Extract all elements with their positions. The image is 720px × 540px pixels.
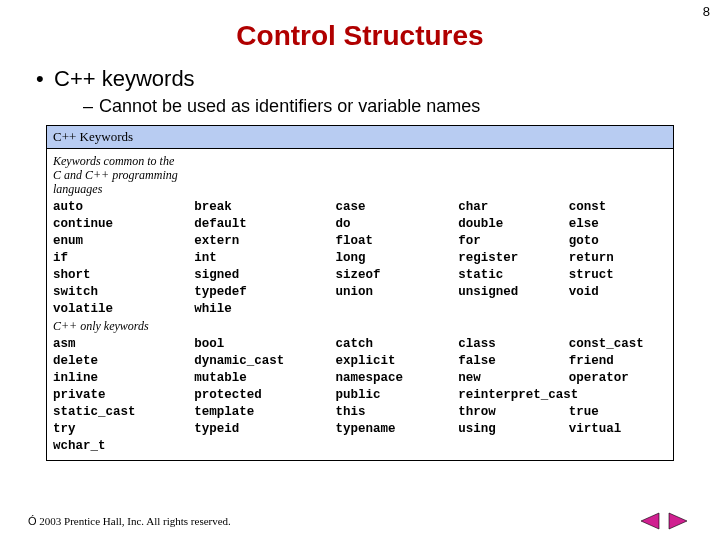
keyword-cell: auto xyxy=(53,199,194,216)
keyword-cell: const_cast xyxy=(569,336,667,353)
triangle-right-icon xyxy=(667,512,689,530)
page-number: 8 xyxy=(703,4,710,19)
keyword-cell: using xyxy=(458,421,569,438)
bullet-level-2: –Cannot be used as identifiers or variab… xyxy=(83,96,692,117)
keyword-cell: catch xyxy=(335,336,458,353)
keyword-cell: int xyxy=(194,250,335,267)
keyword-cell: register xyxy=(458,250,569,267)
keyword-cell xyxy=(569,387,667,404)
keyword-cell: public xyxy=(335,387,458,404)
keyword-cell xyxy=(458,438,569,455)
keyword-cell: bool xyxy=(194,336,335,353)
keyword-cell: default xyxy=(194,216,335,233)
section-common-keywords: Keywords common to the C and C++ program… xyxy=(53,155,667,196)
keyword-cell xyxy=(458,301,569,318)
keyword-cell: extern xyxy=(194,233,335,250)
keywords-table: C++ Keywords Keywords common to the C an… xyxy=(46,125,674,461)
keyword-cell: break xyxy=(194,199,335,216)
keyword-cell: mutable xyxy=(194,370,335,387)
keyword-cell: private xyxy=(53,387,194,404)
keyword-cell: char xyxy=(458,199,569,216)
keyword-cell: signed xyxy=(194,267,335,284)
keyword-cell: continue xyxy=(53,216,194,233)
keyword-cell: template xyxy=(194,404,335,421)
keyword-cell xyxy=(335,301,458,318)
copyright-label: 2003 Prentice Hall, Inc. All rights rese… xyxy=(39,515,231,527)
keyword-cell: unsigned xyxy=(458,284,569,301)
keyword-cell: static xyxy=(458,267,569,284)
bullet-1-text: C++ keywords xyxy=(54,66,195,91)
keyword-cell: do xyxy=(335,216,458,233)
keyword-cell xyxy=(569,301,667,318)
keyword-cell: asm xyxy=(53,336,194,353)
svg-marker-0 xyxy=(641,513,659,529)
keyword-cell: float xyxy=(335,233,458,250)
keyword-cell: new xyxy=(458,370,569,387)
bullet-dot: • xyxy=(36,66,54,92)
keyword-cell: namespace xyxy=(335,370,458,387)
keyword-cell: enum xyxy=(53,233,194,250)
keyword-cell: throw xyxy=(458,404,569,421)
keyword-cell: if xyxy=(53,250,194,267)
prev-button[interactable] xyxy=(639,512,661,530)
keyword-cell: else xyxy=(569,216,667,233)
keyword-cell: try xyxy=(53,421,194,438)
section-cpp-only: C++ only keywords xyxy=(53,320,667,334)
common-keywords-grid: auto break case char const continue defa… xyxy=(53,199,667,317)
keyword-cell: sizeof xyxy=(335,267,458,284)
bullet-dash: – xyxy=(83,96,99,117)
copyright-symbol: Ó xyxy=(28,515,37,527)
keyword-cell xyxy=(194,438,335,455)
keyword-cell: explicit xyxy=(335,353,458,370)
keyword-cell: static_cast xyxy=(53,404,194,421)
keyword-cell: virtual xyxy=(569,421,667,438)
keyword-cell: false xyxy=(458,353,569,370)
keyword-cell: double xyxy=(458,216,569,233)
section-common-line2: C and C++ programming xyxy=(53,169,667,183)
next-button[interactable] xyxy=(667,512,689,530)
keyword-cell: long xyxy=(335,250,458,267)
keyword-cell: wchar_t xyxy=(53,438,194,455)
keyword-cell: short xyxy=(53,267,194,284)
bullet-level-1: •C++ keywords xyxy=(36,66,692,92)
keyword-cell: switch xyxy=(53,284,194,301)
keyword-cell: struct xyxy=(569,267,667,284)
keyword-cell: protected xyxy=(194,387,335,404)
keyword-cell: while xyxy=(194,301,335,318)
cpp-only-keywords-grid: asm bool catch class const_cast delete d… xyxy=(53,336,667,454)
keyword-cell: class xyxy=(458,336,569,353)
keyword-cell: goto xyxy=(569,233,667,250)
keyword-cell: delete xyxy=(53,353,194,370)
keyword-cell: typedef xyxy=(194,284,335,301)
keyword-cell: union xyxy=(335,284,458,301)
table-body: Keywords common to the C and C++ program… xyxy=(46,149,674,461)
keyword-cell: dynamic_cast xyxy=(194,353,335,370)
section-common-line3: languages xyxy=(53,183,667,197)
table-header: C++ Keywords xyxy=(46,125,674,149)
keyword-cell: this xyxy=(335,404,458,421)
keyword-cell xyxy=(335,438,458,455)
keyword-cell: for xyxy=(458,233,569,250)
keyword-cell: operator xyxy=(569,370,667,387)
keyword-cell: const xyxy=(569,199,667,216)
triangle-left-icon xyxy=(639,512,661,530)
keyword-cell: return xyxy=(569,250,667,267)
section-common-line1: Keywords common to the xyxy=(53,155,667,169)
keyword-cell: inline xyxy=(53,370,194,387)
keyword-cell: typeid xyxy=(194,421,335,438)
keyword-cell: friend xyxy=(569,353,667,370)
keyword-cell: void xyxy=(569,284,667,301)
slide-title: Control Structures xyxy=(28,20,692,52)
keyword-cell: volatile xyxy=(53,301,194,318)
svg-marker-1 xyxy=(669,513,687,529)
keyword-cell: reinterpret_cast xyxy=(458,387,569,404)
copyright-text: Ó 2003 Prentice Hall, Inc. All rights re… xyxy=(28,515,636,527)
keyword-cell: case xyxy=(335,199,458,216)
keyword-cell xyxy=(569,438,667,455)
bullet-2-text: Cannot be used as identifiers or variabl… xyxy=(99,96,480,116)
keyword-cell: true xyxy=(569,404,667,421)
slide: 8 Control Structures •C++ keywords –Cann… xyxy=(0,0,720,540)
keyword-cell: typename xyxy=(335,421,458,438)
footer: Ó 2003 Prentice Hall, Inc. All rights re… xyxy=(28,512,692,530)
